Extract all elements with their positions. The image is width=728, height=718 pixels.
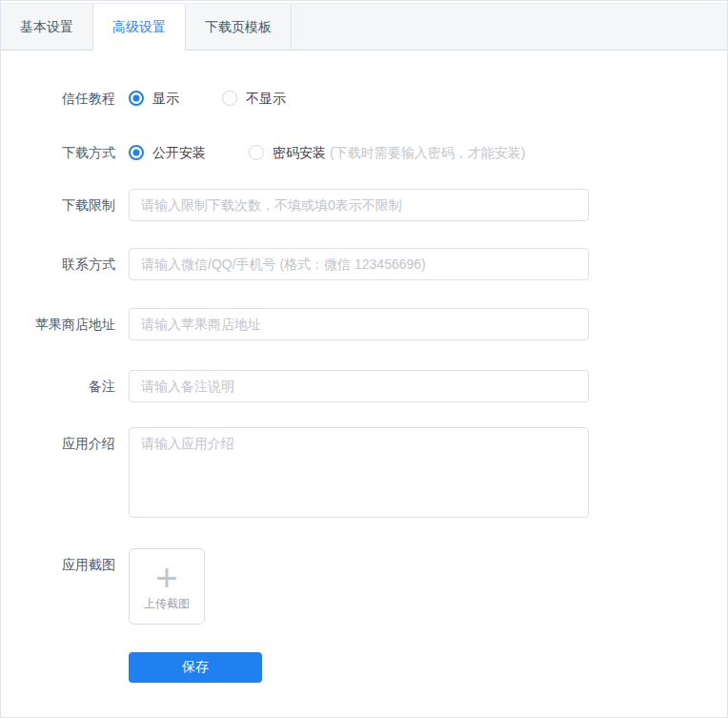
download-method-row: 下载方式 公开安装 密码安装 (下载时需要输入密码，才能安装) — [1, 143, 727, 162]
radio-password-install-label[interactable]: 密码安装 — [273, 143, 326, 162]
app-intro-textarea[interactable] — [129, 427, 589, 518]
tab-basic-settings[interactable]: 基本设置 — [1, 4, 93, 50]
apple-store-input[interactable] — [129, 308, 589, 340]
download-method-radio-group: 公开安装 密码安装 (下载时需要输入密码，才能安装) — [129, 143, 525, 162]
tab-download-page-template[interactable]: 下载页模板 — [186, 4, 292, 50]
upload-screenshot-text: 上传截图 — [144, 596, 190, 612]
tab-bar: 基本设置 高级设置 下载页模板 — [1, 3, 727, 51]
trust-tutorial-label: 信任教程 — [1, 89, 129, 108]
remark-row: 备注 — [1, 370, 727, 402]
download-limit-label: 下载限制 — [1, 189, 129, 221]
radio-password-install[interactable]: 密码安装 — [249, 143, 326, 162]
radio-public-install[interactable]: 公开安装 — [129, 143, 206, 162]
contact-input[interactable] — [129, 248, 589, 280]
upload-screenshot-button[interactable]: + 上传截图 — [129, 548, 205, 625]
radio-hide[interactable]: 不显示 — [222, 89, 286, 108]
radio-unselected-icon[interactable] — [249, 145, 264, 160]
radio-show[interactable]: 显示 — [129, 89, 179, 108]
app-intro-row: 应用介绍 — [1, 427, 727, 518]
radio-public-install-label[interactable]: 公开安装 — [152, 143, 206, 162]
remark-input[interactable] — [129, 370, 589, 402]
trust-tutorial-radio-group: 显示 不显示 — [129, 89, 329, 108]
app-intro-label: 应用介绍 — [1, 427, 129, 460]
contact-row: 联系方式 — [1, 248, 727, 280]
radio-selected-icon[interactable] — [129, 91, 144, 106]
advanced-settings-form: 信任教程 显示 不显示 下载方式 公开安装 — [1, 51, 727, 683]
remark-label: 备注 — [1, 370, 129, 402]
app-screenshot-label: 应用截图 — [1, 548, 129, 581]
download-method-label: 下载方式 — [1, 143, 129, 162]
password-install-hint: (下载时需要输入密码，才能安装) — [330, 143, 525, 162]
radio-show-label[interactable]: 显示 — [152, 89, 179, 108]
radio-hide-label[interactable]: 不显示 — [246, 89, 286, 108]
trust-tutorial-row: 信任教程 显示 不显示 — [1, 89, 727, 108]
plus-icon: + — [155, 562, 177, 594]
tab-advanced-settings[interactable]: 高级设置 — [93, 4, 186, 51]
radio-selected-icon[interactable] — [129, 145, 144, 160]
app-screenshot-row: 应用截图 + 上传截图 — [1, 548, 727, 625]
apple-store-row: 苹果商店地址 — [1, 308, 727, 340]
apple-store-label: 苹果商店地址 — [1, 308, 129, 340]
download-limit-input[interactable] — [129, 189, 589, 221]
save-button[interactable]: 保存 — [129, 652, 262, 683]
contact-label: 联系方式 — [1, 248, 129, 280]
settings-page: 基本设置 高级设置 下载页模板 信任教程 显示 不显示 下载方式 — [0, 0, 728, 718]
save-row: 保存 — [1, 652, 727, 683]
download-limit-row: 下载限制 — [1, 189, 727, 221]
radio-unselected-icon[interactable] — [222, 91, 237, 106]
